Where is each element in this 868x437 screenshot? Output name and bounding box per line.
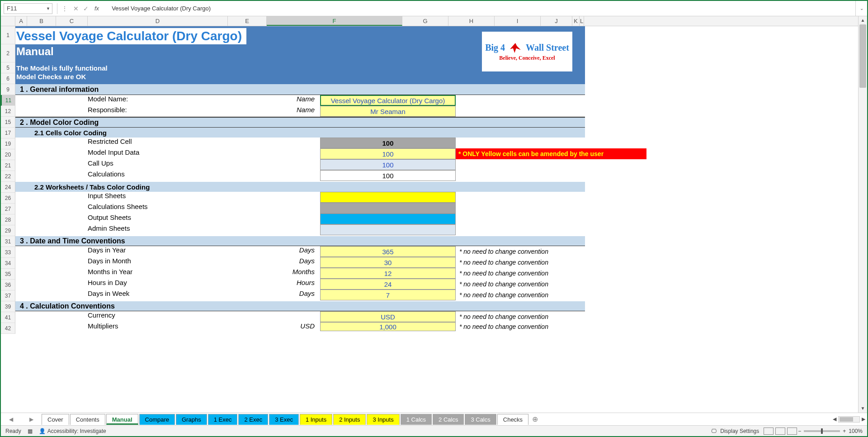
scroll-down-icon[interactable]: ▼ <box>859 404 867 413</box>
row-header-26[interactable]: 26 <box>1 193 15 204</box>
row-header-41[interactable]: 41 <box>1 312 15 323</box>
tab-2-inputs[interactable]: 2 Inputs <box>333 414 366 425</box>
row-header-42[interactable]: 42 <box>1 323 15 334</box>
row-header-31[interactable]: 31 <box>1 236 15 247</box>
horizontal-scrollbar[interactable]: ◀ ▶ <box>831 416 867 423</box>
fx-icon[interactable]: fx <box>94 5 99 12</box>
input-currency[interactable]: USD <box>320 311 456 322</box>
tab-2-exec[interactable]: 2 Exec <box>238 414 268 425</box>
dots-icon[interactable]: ⋮ <box>62 5 67 12</box>
view-buttons[interactable] <box>763 428 798 435</box>
tab-graphs[interactable]: Graphs <box>176 414 207 425</box>
row-header-2[interactable]: 2 <box>1 44 15 62</box>
display-settings-button[interactable]: Display Settings <box>717 428 763 434</box>
tab-3-calcs[interactable]: 3 Calcs <box>465 414 496 425</box>
tab-nav-buttons[interactable]: ◀▶ <box>1 416 42 423</box>
zoom-in-icon[interactable]: + <box>843 428 846 434</box>
row-header-15[interactable]: 15 <box>1 117 15 128</box>
row-header-1[interactable]: 1 <box>1 26 15 44</box>
hscroll-right-icon[interactable]: ▶ <box>860 416 867 422</box>
row-header-34[interactable]: 34 <box>1 258 15 269</box>
formula-text[interactable]: Vessel Voyage Calculator (Dry Cargo) <box>103 5 855 12</box>
cell-input-example[interactable]: 100 <box>320 148 456 159</box>
row-header-27[interactable]: 27 <box>1 204 15 214</box>
col-H[interactable]: H <box>448 16 495 26</box>
col-D[interactable]: D <box>88 16 228 26</box>
col-F[interactable]: F <box>267 16 402 26</box>
row-header-9[interactable]: 9 <box>1 84 15 95</box>
accessibility-icon[interactable]: 👤 <box>39 428 46 434</box>
row-header-36[interactable]: 36 <box>1 280 15 290</box>
input-model-name[interactable]: Vessel Voyage Calculator (Dry Cargo) <box>320 95 456 106</box>
tab-1-exec[interactable]: 1 Exec <box>208 414 238 425</box>
row-header-12[interactable]: 12 <box>1 106 15 117</box>
tab-1-calcs[interactable]: 1 Calcs <box>401 414 432 425</box>
row-header-6[interactable]: 6 <box>1 73 15 84</box>
zoom-control[interactable]: − + 100% <box>798 428 863 434</box>
name-box[interactable]: F11 ▼ <box>4 3 52 14</box>
row-header-24[interactable]: 24 <box>1 182 15 193</box>
hscroll-left-icon[interactable]: ◀ <box>831 416 838 422</box>
chevron-down-icon[interactable]: ▼ <box>46 6 50 11</box>
col-C[interactable]: C <box>56 16 88 26</box>
logo-tagline: Believe, Conceive, Excel <box>499 55 555 62</box>
cell-area[interactable]: Vessel Voyage Calculator (Dry Cargo) Man… <box>15 26 858 334</box>
row-header-28[interactable]: 28 <box>1 214 15 225</box>
row-header-22[interactable]: 22 <box>1 171 15 182</box>
row-header-5[interactable]: 5 <box>1 62 15 73</box>
add-sheet-button[interactable]: ⊕ <box>529 415 540 423</box>
tab-cover[interactable]: Cover <box>42 414 69 425</box>
tab-1-inputs[interactable]: 1 Inputs <box>300 414 332 425</box>
col-A[interactable]: A <box>15 16 27 26</box>
col-B[interactable]: B <box>27 16 56 26</box>
tab-checks[interactable]: Checks <box>497 414 528 425</box>
vertical-scrollbar[interactable]: ▲ ▼ <box>858 16 867 413</box>
row-header-37[interactable]: 37 <box>1 290 15 301</box>
macro-icon[interactable]: ▦ <box>28 428 33 434</box>
col-G[interactable]: G <box>402 16 448 26</box>
col-I[interactable]: I <box>495 16 541 26</box>
section-3-heading: 3 . Date and Time Conventions <box>15 236 585 246</box>
accessibility-text[interactable]: Accessibility: Investigate <box>47 428 106 434</box>
row-header-35[interactable]: 35 <box>1 269 15 280</box>
col-J[interactable]: J <box>541 16 572 26</box>
col-L[interactable]: L <box>580 16 584 26</box>
tab-contents[interactable]: Contents <box>70 414 105 425</box>
zoom-out-icon[interactable]: − <box>798 428 801 434</box>
input-months-year[interactable]: 12 <box>320 268 456 279</box>
tab-manual[interactable]: Manual <box>106 414 138 425</box>
col-E[interactable]: E <box>228 16 267 26</box>
row-header-17[interactable]: 17 <box>1 128 15 138</box>
display-settings-icon[interactable]: 🖵 <box>711 428 717 434</box>
input-hours-day[interactable]: 24 <box>320 279 456 290</box>
expand-formula-icon[interactable]: ⌄ <box>855 1 867 16</box>
row-header-11[interactable]: 11 <box>1 95 15 106</box>
check-icon[interactable]: ✓ <box>81 5 91 12</box>
row-header-20[interactable]: 20 <box>1 149 15 160</box>
tab-3-inputs[interactable]: 3 Inputs <box>367 414 399 425</box>
cancel-icon[interactable]: ✕ <box>71 5 81 12</box>
scroll-thumb[interactable] <box>859 24 866 88</box>
tab-3-exec[interactable]: 3 Exec <box>269 414 299 425</box>
row-header-33[interactable]: 33 <box>1 247 15 258</box>
input-multipliers[interactable]: 1,000 <box>320 322 456 331</box>
tab-compare[interactable]: Compare <box>139 414 175 425</box>
name-box-value: F11 <box>7 5 17 12</box>
zoom-level[interactable]: 100% <box>849 428 863 434</box>
worksheet-grid[interactable]: A B C D E F G H I J K L 1256911121517192… <box>1 16 858 413</box>
col-K[interactable]: K <box>572 16 580 26</box>
input-days-week[interactable]: 7 <box>320 290 456 300</box>
row-header-21[interactable]: 21 <box>1 160 15 171</box>
input-responsible[interactable]: Mr Seaman <box>320 106 456 117</box>
select-all-corner[interactable] <box>1 16 15 26</box>
row-days-year: Days in YearDays365* no need to change c… <box>15 246 858 257</box>
tab-2-calcs[interactable]: 2 Calcs <box>433 414 464 425</box>
input-days-year[interactable]: 365 <box>320 246 456 257</box>
row-header-29[interactable]: 29 <box>1 225 15 236</box>
row-header-39[interactable]: 39 <box>1 301 15 312</box>
scroll-up-icon[interactable]: ▲ <box>859 16 867 24</box>
row-header-19[interactable]: 19 <box>1 138 15 149</box>
hscroll-thumb[interactable] <box>840 417 853 422</box>
tab-next-icon: ▶ <box>29 416 33 423</box>
input-days-month[interactable]: 30 <box>320 257 456 268</box>
